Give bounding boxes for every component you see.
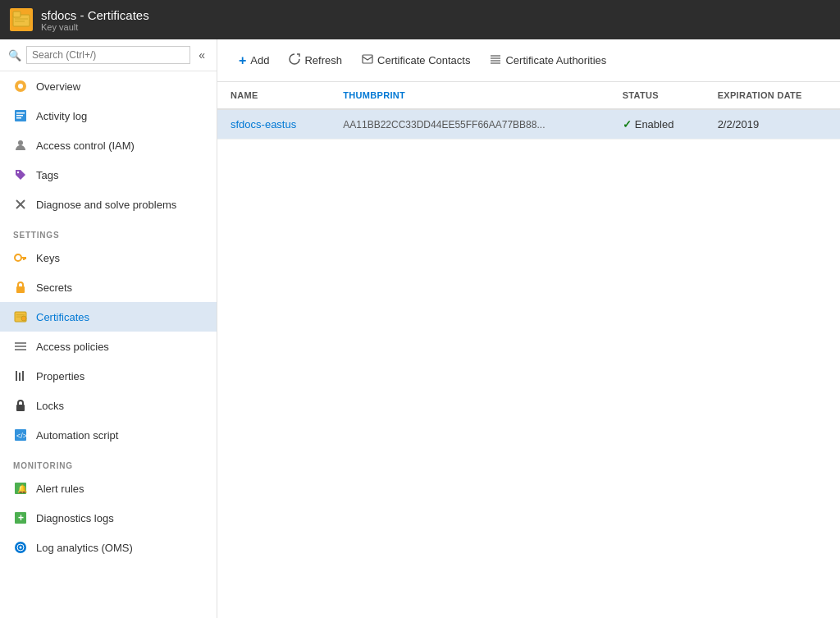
sidebar-item-access-control-label: Access control (IAM) (36, 140, 135, 152)
sidebar-item-overview-label: Overview (36, 80, 80, 93)
refresh-icon (289, 53, 300, 67)
sidebar-item-tags-label: Tags (36, 169, 58, 181)
tags-icon (13, 167, 28, 182)
cert-status-cell: ✓ Enabled (609, 109, 705, 140)
col-thumbprint: THUMBPRINT (330, 82, 609, 109)
sidebar-item-log-analytics-label: Log analytics (OMS) (36, 542, 133, 554)
certificate-contacts-button[interactable]: Certificate Contacts (354, 48, 478, 72)
svg-point-38 (20, 547, 22, 549)
sidebar-item-alert-rules[interactable]: 🔔 Alert rules (0, 474, 217, 503)
certificate-contacts-label: Certificate Contacts (377, 54, 470, 66)
sidebar-item-automation-script-label: Automation script (36, 429, 118, 442)
svg-rect-9 (16, 117, 21, 119)
settings-section-label: SETTINGS (0, 219, 217, 243)
sidebar-item-tags[interactable]: Tags (0, 160, 217, 190)
top-bar: sfdocs - Certificates Key vault (0, 0, 840, 39)
svg-point-22 (21, 316, 26, 321)
search-input[interactable] (26, 46, 190, 64)
check-icon: ✓ (623, 118, 632, 130)
svg-rect-1 (13, 11, 21, 17)
col-name: NAME (217, 82, 330, 109)
refresh-button[interactable]: Refresh (281, 48, 350, 72)
sidebar-item-access-policies[interactable]: Access policies (0, 332, 217, 361)
svg-rect-28 (22, 371, 24, 381)
cert-name-cell[interactable]: sfdocs-eastus (217, 109, 330, 140)
refresh-label: Refresh (304, 54, 342, 66)
certificate-authorities-label: Certificate Authorities (505, 54, 606, 66)
sidebar-item-diagnose-label: Diagnose and solve problems (36, 199, 176, 211)
svg-rect-3 (15, 21, 25, 22)
collapse-sidebar-button[interactable]: « (195, 47, 208, 63)
sidebar-item-locks[interactable]: Locks (0, 391, 217, 420)
svg-rect-23 (15, 342, 26, 344)
svg-rect-20 (16, 314, 25, 315)
svg-text:+: + (18, 512, 24, 524)
locks-icon (13, 398, 28, 413)
sidebar-item-properties[interactable]: Properties (0, 361, 217, 391)
table-header-row: NAME THUMBPRINT STATUS EXPIRATION DATE (217, 82, 840, 109)
sidebar-item-diagnostics-logs-label: Diagnostics logs (36, 512, 114, 524)
certificate-authorities-icon (490, 53, 501, 67)
svg-rect-25 (15, 349, 26, 350)
svg-point-11 (17, 172, 19, 173)
activity-log-icon (13, 108, 28, 123)
sidebar-item-diagnose[interactable]: Diagnose and solve problems (0, 190, 217, 219)
content-area: + Add Refresh Certificate Contacts Cert (217, 39, 840, 618)
toolbar: + Add Refresh Certificate Contacts Cert (217, 39, 840, 82)
app-icon (10, 8, 33, 31)
keys-icon (13, 250, 28, 265)
status-text: Enabled (635, 118, 674, 130)
sidebar-item-keys[interactable]: Keys (0, 243, 217, 272)
sidebar-item-keys-label: Keys (36, 252, 60, 264)
access-control-icon (13, 138, 28, 153)
sidebar-item-overview[interactable]: Overview (0, 71, 217, 101)
cert-name-link[interactable]: sfdocs-eastus (231, 118, 296, 130)
svg-point-14 (15, 254, 21, 261)
table-row[interactable]: sfdocs-eastus AA11BB22CC33DD44EE55FF66AA… (217, 109, 840, 140)
sidebar-item-certificates[interactable]: Certificates (0, 302, 217, 332)
svg-point-5 (18, 84, 23, 89)
certificate-authorities-button[interactable]: Certificate Authorities (482, 48, 614, 72)
access-policies-icon (13, 339, 28, 354)
sidebar-item-automation-script[interactable]: </> Automation script (0, 420, 217, 450)
properties-icon (13, 369, 28, 383)
cert-expiration-cell: 2/2/2019 (705, 109, 840, 140)
sidebar-nav: Overview Activity log Access control (IA… (0, 71, 217, 618)
sidebar-item-alert-rules-label: Alert rules (36, 483, 84, 495)
svg-rect-26 (16, 371, 17, 381)
diagnostics-logs-icon: + (13, 510, 28, 525)
svg-rect-7 (16, 112, 25, 114)
sidebar-item-access-policies-label: Access policies (36, 341, 109, 353)
svg-point-10 (18, 140, 23, 145)
alert-rules-icon: 🔔 (13, 481, 28, 496)
search-icon: 🔍 (8, 49, 21, 62)
svg-rect-39 (363, 55, 372, 63)
svg-rect-2 (15, 18, 28, 20)
sidebar-item-activity-log[interactable]: Activity log (0, 101, 217, 130)
add-button[interactable]: + Add (231, 48, 277, 73)
sidebar-item-activity-log-label: Activity log (36, 110, 87, 122)
sidebar-item-secrets[interactable]: Secrets (0, 272, 217, 302)
add-label: Add (250, 54, 269, 66)
sidebar-item-diagnostics-logs[interactable]: + Diagnostics logs (0, 503, 217, 533)
svg-rect-18 (16, 286, 25, 293)
overview-icon (13, 79, 28, 94)
diagnose-icon (13, 197, 28, 212)
svg-rect-8 (16, 115, 23, 117)
sidebar-item-secrets-label: Secrets (36, 282, 72, 294)
main-layout: 🔍 « Overview Activity log (0, 39, 840, 618)
col-status: STATUS (609, 82, 705, 109)
sidebar-item-locks-label: Locks (36, 400, 64, 412)
add-icon: + (239, 53, 246, 68)
sidebar-item-log-analytics[interactable]: Log analytics (OMS) (0, 533, 217, 562)
sidebar-item-access-control[interactable]: Access control (IAM) (0, 130, 217, 160)
cert-status-value: ✓ Enabled (623, 118, 692, 130)
log-analytics-icon (13, 540, 28, 555)
certificate-contacts-icon (362, 53, 373, 67)
sidebar-item-certificates-label: Certificates (36, 311, 89, 323)
app-title-area: sfdocs - Certificates Key vault (41, 8, 149, 32)
cert-thumbprint-cell: AA11BB22CC33DD44EE55FF66AA77BB88... (330, 109, 609, 140)
svg-text:🔔: 🔔 (17, 483, 27, 494)
app-title: sfdocs - Certificates (41, 8, 149, 22)
sidebar-search-bar: 🔍 « (0, 39, 217, 71)
